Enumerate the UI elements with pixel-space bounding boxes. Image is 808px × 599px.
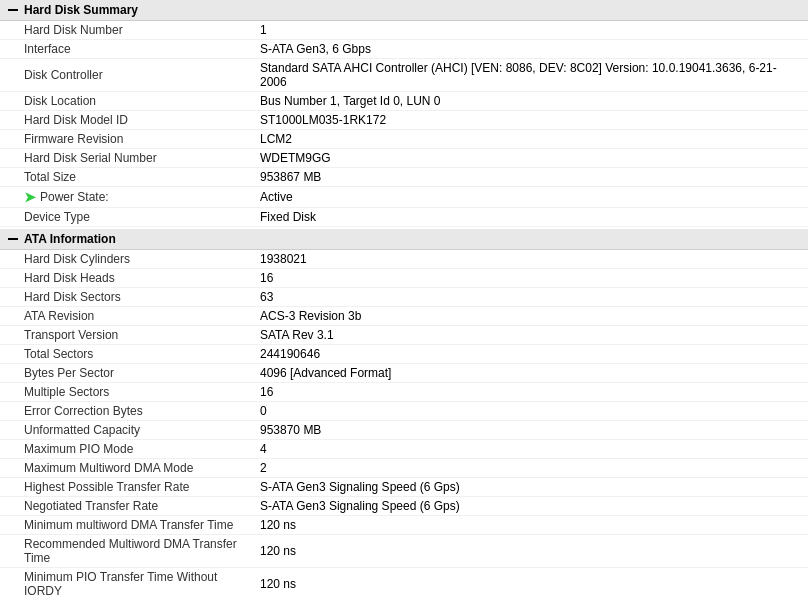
section-ata-information: ATA InformationHard Disk Cylinders193802… xyxy=(0,229,808,599)
main-container: Hard Disk SummaryHard Disk Number1Interf… xyxy=(0,0,808,599)
table-row: Error Correction Bytes0 xyxy=(0,402,808,421)
row-value: 2 xyxy=(260,461,808,475)
table-row: Device TypeFixed Disk xyxy=(0,208,808,227)
arrow-right-icon: ➤ xyxy=(24,189,36,205)
row-label: Hard Disk Cylinders xyxy=(0,252,260,266)
row-label: Negotiated Transfer Rate xyxy=(0,499,260,513)
table-row: Maximum PIO Mode4 xyxy=(0,440,808,459)
table-row: Transport VersionSATA Rev 3.1 xyxy=(0,326,808,345)
row-value: 120 ns xyxy=(260,577,808,591)
row-value: 0 xyxy=(260,404,808,418)
row-label: Maximum Multiword DMA Mode xyxy=(0,461,260,475)
row-label: Total Sectors xyxy=(0,347,260,361)
row-value: 1938021 xyxy=(260,252,808,266)
table-row: Minimum multiword DMA Transfer Time120 n… xyxy=(0,516,808,535)
table-row: Disk ControllerStandard SATA AHCI Contro… xyxy=(0,59,808,92)
row-value: Active xyxy=(260,190,808,204)
row-value: 16 xyxy=(260,271,808,285)
table-row: Hard Disk Sectors63 xyxy=(0,288,808,307)
table-row: Firmware RevisionLCM2 xyxy=(0,130,808,149)
row-label: Maximum PIO Mode xyxy=(0,442,260,456)
table-row: Total Size953867 MB xyxy=(0,168,808,187)
table-row: Hard Disk Cylinders1938021 xyxy=(0,250,808,269)
row-value: Bus Number 1, Target Id 0, LUN 0 xyxy=(260,94,808,108)
table-row: Hard Disk Heads16 xyxy=(0,269,808,288)
table-row: Highest Possible Transfer RateS-ATA Gen3… xyxy=(0,478,808,497)
table-row: ATA RevisionACS-3 Revision 3b xyxy=(0,307,808,326)
row-value: 63 xyxy=(260,290,808,304)
row-label: Hard Disk Heads xyxy=(0,271,260,285)
row-value: ST1000LM035-1RK172 xyxy=(260,113,808,127)
row-label: Transport Version xyxy=(0,328,260,342)
collapse-icon[interactable] xyxy=(8,238,18,240)
row-label: Disk Controller xyxy=(0,68,260,82)
row-label: Hard Disk Model ID xyxy=(0,113,260,127)
row-value: 16 xyxy=(260,385,808,399)
section-body-hard-disk-summary: Hard Disk Number1InterfaceS-ATA Gen3, 6 … xyxy=(0,21,808,227)
table-row: Hard Disk Model IDST1000LM035-1RK172 xyxy=(0,111,808,130)
row-value: 120 ns xyxy=(260,518,808,532)
row-value: 4 xyxy=(260,442,808,456)
row-value: 953867 MB xyxy=(260,170,808,184)
table-row: Bytes Per Sector4096 [Advanced Format] xyxy=(0,364,808,383)
table-row: Total Sectors244190646 xyxy=(0,345,808,364)
row-value: S-ATA Gen3 Signaling Speed (6 Gps) xyxy=(260,499,808,513)
row-label-text: Power State: xyxy=(40,190,109,204)
table-row: Hard Disk Number1 xyxy=(0,21,808,40)
collapse-icon[interactable] xyxy=(8,9,18,11)
row-value: SATA Rev 3.1 xyxy=(260,328,808,342)
row-value: 1 xyxy=(260,23,808,37)
row-value: Standard SATA AHCI Controller (AHCI) [VE… xyxy=(260,61,808,89)
table-row: Disk LocationBus Number 1, Target Id 0, … xyxy=(0,92,808,111)
table-row: Multiple Sectors16 xyxy=(0,383,808,402)
row-label: ATA Revision xyxy=(0,309,260,323)
table-row: Maximum Multiword DMA Mode2 xyxy=(0,459,808,478)
table-row: Unformatted Capacity953870 MB xyxy=(0,421,808,440)
row-label: ➤Power State: xyxy=(0,189,260,205)
row-label: Recommended Multiword DMA Transfer Time xyxy=(0,537,260,565)
table-row: InterfaceS-ATA Gen3, 6 Gbps xyxy=(0,40,808,59)
section-body-ata-information: Hard Disk Cylinders1938021Hard Disk Head… xyxy=(0,250,808,599)
row-value: 120 ns xyxy=(260,544,808,558)
row-label: Highest Possible Transfer Rate xyxy=(0,480,260,494)
table-row: Negotiated Transfer RateS-ATA Gen3 Signa… xyxy=(0,497,808,516)
row-value: S-ATA Gen3, 6 Gbps xyxy=(260,42,808,56)
row-label: Unformatted Capacity xyxy=(0,423,260,437)
section-header-hard-disk-summary: Hard Disk Summary xyxy=(0,0,808,21)
row-label: Hard Disk Sectors xyxy=(0,290,260,304)
table-row: ➤Power State:Active xyxy=(0,187,808,208)
section-title: ATA Information xyxy=(24,232,116,246)
row-label: Bytes Per Sector xyxy=(0,366,260,380)
table-row: Hard Disk Serial NumberWDETM9GG xyxy=(0,149,808,168)
table-row: Minimum PIO Transfer Time Without IORDY1… xyxy=(0,568,808,599)
row-label: Hard Disk Number xyxy=(0,23,260,37)
row-label: Minimum PIO Transfer Time Without IORDY xyxy=(0,570,260,598)
row-value: WDETM9GG xyxy=(260,151,808,165)
row-label: Interface xyxy=(0,42,260,56)
row-label: Disk Location xyxy=(0,94,260,108)
table-row: Recommended Multiword DMA Transfer Time1… xyxy=(0,535,808,568)
section-hard-disk-summary: Hard Disk SummaryHard Disk Number1Interf… xyxy=(0,0,808,227)
row-value: 953870 MB xyxy=(260,423,808,437)
row-value: ACS-3 Revision 3b xyxy=(260,309,808,323)
row-label: Multiple Sectors xyxy=(0,385,260,399)
row-label: Error Correction Bytes xyxy=(0,404,260,418)
row-label: Device Type xyxy=(0,210,260,224)
row-value: LCM2 xyxy=(260,132,808,146)
row-label: Minimum multiword DMA Transfer Time xyxy=(0,518,260,532)
row-value: 244190646 xyxy=(260,347,808,361)
section-header-ata-information: ATA Information xyxy=(0,229,808,250)
row-label: Hard Disk Serial Number xyxy=(0,151,260,165)
row-value: S-ATA Gen3 Signaling Speed (6 Gps) xyxy=(260,480,808,494)
row-value: Fixed Disk xyxy=(260,210,808,224)
row-label: Total Size xyxy=(0,170,260,184)
row-label: Firmware Revision xyxy=(0,132,260,146)
row-value: 4096 [Advanced Format] xyxy=(260,366,808,380)
section-title: Hard Disk Summary xyxy=(24,3,138,17)
